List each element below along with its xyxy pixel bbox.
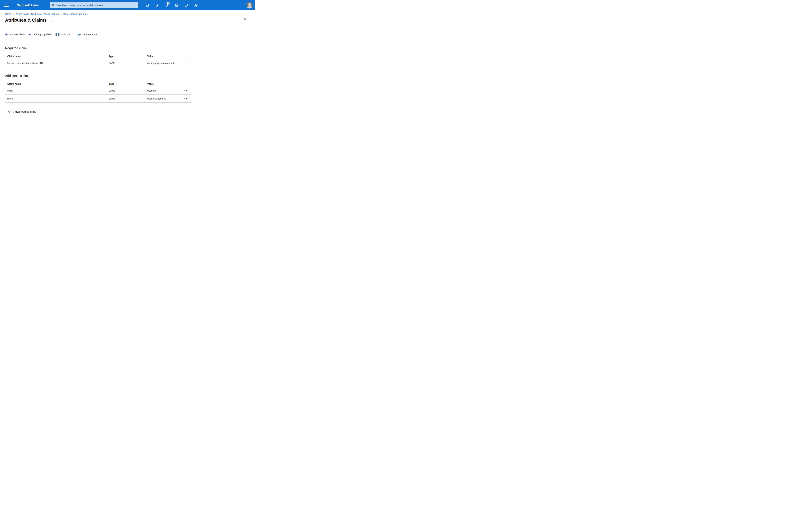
columns-icon bbox=[56, 33, 59, 36]
claim-value-cell: user.mail bbox=[147, 89, 157, 92]
user-avatar[interactable] bbox=[246, 2, 253, 8]
search-input[interactable] bbox=[56, 4, 137, 7]
notifications-bell-icon[interactable]: 6 bbox=[163, 2, 170, 8]
breadcrumb-saml-signon[interactable]: SAML-based Sign-on bbox=[63, 13, 86, 15]
got-feedback-button[interactable]: Got feedback? bbox=[76, 31, 100, 37]
feedback-person-icon[interactable] bbox=[193, 2, 199, 8]
svg-text:?: ? bbox=[185, 4, 186, 6]
notification-badge: 6 bbox=[167, 2, 170, 4]
add-group-claim-label: Add a group claim bbox=[33, 33, 52, 36]
claim-name-cell: email bbox=[5, 89, 106, 92]
title-context-menu-icon[interactable] bbox=[51, 21, 54, 21]
required-claim-table: Claim name Type Value Unique User Identi… bbox=[5, 53, 191, 67]
column-header-claim-name: Claim name bbox=[5, 82, 106, 85]
toolbar-divider bbox=[5, 39, 250, 39]
claim-name-cell: name bbox=[5, 97, 106, 100]
table-header-row: Claim name Type Value bbox=[5, 53, 191, 59]
additional-claims-table: Claim name Type Value email SAML user.ma… bbox=[5, 81, 191, 103]
command-bar: Add new claim Add a group claim Columns … bbox=[3, 31, 255, 37]
advanced-settings-label: Advanced settings bbox=[13, 110, 36, 113]
column-header-value: Value bbox=[145, 55, 191, 58]
table-row[interactable]: email SAML user.mail bbox=[5, 87, 191, 95]
column-header-type: Type bbox=[106, 82, 145, 85]
table-header-row: Claim name Type Value bbox=[5, 81, 191, 87]
column-header-type: Type bbox=[106, 55, 145, 58]
columns-label: Columns bbox=[61, 33, 70, 36]
breadcrumb-separator: > bbox=[13, 13, 14, 15]
breadcrumb-home[interactable]: Home bbox=[5, 13, 11, 15]
columns-button[interactable]: Columns bbox=[54, 31, 72, 37]
page-title: Attributes & Claims bbox=[5, 18, 47, 23]
breadcrumb: Home > Azure SAML SSO | SAML-based Sign-… bbox=[5, 13, 255, 15]
cloud-shell-icon[interactable] bbox=[144, 2, 150, 8]
hamburger-menu-icon[interactable] bbox=[3, 3, 10, 8]
help-icon[interactable]: ? bbox=[183, 2, 190, 8]
column-header-value: Value bbox=[145, 82, 191, 85]
got-feedback-label: Got feedback? bbox=[83, 33, 98, 36]
plus-icon bbox=[5, 33, 8, 36]
breadcrumb-app-sso[interactable]: Azure SAML SSO | SAML-based Sign-on bbox=[16, 13, 59, 15]
advanced-settings-toggle[interactable]: Advanced settings bbox=[8, 110, 36, 113]
search-icon bbox=[52, 4, 55, 7]
breadcrumb-separator: > bbox=[60, 13, 62, 15]
directories-filter-icon[interactable] bbox=[154, 2, 160, 8]
feedback-icon bbox=[78, 33, 81, 36]
breadcrumb-separator: > bbox=[87, 13, 89, 15]
topbar-icon-group: 6 ? bbox=[144, 2, 199, 8]
claim-value-cell: user.displayname bbox=[147, 97, 166, 100]
required-claim-heading: Required claim bbox=[5, 46, 255, 50]
claim-type-cell: SAML bbox=[106, 97, 145, 100]
close-blade-icon[interactable] bbox=[243, 17, 247, 22]
row-ellipsis-menu-icon[interactable] bbox=[184, 89, 189, 92]
avatar-head bbox=[248, 3, 251, 6]
column-header-claim-name: Claim name bbox=[5, 55, 106, 58]
table-row[interactable]: Unique User Identifier (Name ID) SAML us… bbox=[5, 59, 191, 67]
add-new-claim-button[interactable]: Add new claim bbox=[3, 31, 27, 37]
brand-title[interactable]: Microsoft Azure bbox=[17, 0, 39, 10]
row-ellipsis-menu-icon[interactable] bbox=[184, 97, 189, 100]
additional-claims-heading: Additional claims bbox=[5, 74, 255, 78]
claim-name-cell: Unique User Identifier (Name ID) bbox=[5, 62, 106, 64]
add-new-claim-label: Add new claim bbox=[9, 33, 25, 36]
page-header: Attributes & Claims bbox=[5, 17, 255, 23]
row-ellipsis-menu-icon[interactable] bbox=[184, 62, 189, 64]
settings-gear-icon[interactable] bbox=[173, 2, 180, 8]
plus-icon bbox=[28, 33, 31, 36]
claim-type-cell: SAML bbox=[106, 89, 145, 92]
claim-type-cell: SAML bbox=[106, 62, 145, 64]
avatar-shoulders bbox=[247, 6, 252, 8]
add-group-claim-button[interactable]: Add a group claim bbox=[27, 31, 54, 37]
global-search[interactable] bbox=[50, 2, 138, 8]
table-row[interactable]: name SAML user.displayname bbox=[5, 95, 191, 103]
chevron-down-icon bbox=[8, 111, 11, 113]
claim-value-cell: user.userprincipalname [... bbox=[147, 62, 176, 64]
toolbar-separator bbox=[74, 32, 74, 37]
azure-top-bar: Microsoft Azure bbox=[0, 0, 255, 10]
